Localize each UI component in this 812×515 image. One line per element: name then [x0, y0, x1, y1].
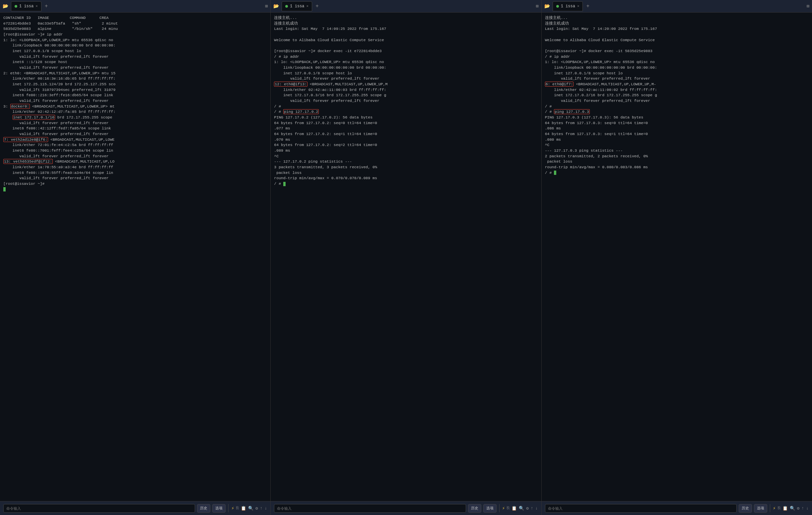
folder-icon[interactable]: 📂 [3, 3, 8, 9]
grid-layout-icon[interactable]: ⊞ [807, 3, 809, 9]
search-icon[interactable]: 🔍 [519, 506, 524, 511]
active-tab[interactable]: 1 issa× [553, 1, 583, 11]
options-button[interactable]: 选项 [754, 504, 767, 513]
panel-3: 📂1 issa×+⊞连接主机...连接主机成功Last login: Sat M… [542, 0, 812, 515]
toolbar-1: 历史选项⚡⎘📋🔍⚙↑↓ [0, 501, 270, 515]
copy-icon[interactable]: ⎘ [507, 506, 510, 511]
search-icon[interactable]: 🔍 [248, 506, 254, 511]
folder-icon[interactable]: 📂 [273, 3, 279, 9]
command-input[interactable] [274, 504, 466, 513]
tab-label: 1 issa [290, 4, 304, 9]
tab-status-dot [14, 5, 17, 8]
panel-2: 📂1 issa×+⊞连接主机...连接主机成功Last login: Sat M… [271, 0, 541, 515]
options-button[interactable]: 选项 [212, 504, 226, 513]
settings-icon[interactable]: ⚙ [255, 506, 258, 511]
terminal-body-3[interactable]: 连接主机...连接主机成功Last login: Sat May 7 14:20… [542, 12, 812, 501]
tab-status-dot [556, 5, 559, 8]
tab-bar-3: 📂1 issa×+⊞ [542, 0, 812, 12]
settings-icon[interactable]: ⚙ [797, 506, 800, 511]
search-icon[interactable]: 🔍 [790, 506, 795, 511]
scroll-down-icon[interactable]: ↓ [265, 506, 267, 511]
scroll-up-icon[interactable]: ↑ [802, 506, 804, 511]
grid-layout-icon[interactable]: ⊞ [265, 3, 268, 9]
toolbar-2: 历史选项⚡⎘📋🔍⚙↑↓ [271, 501, 541, 515]
clipboard-icon[interactable]: 📋 [782, 506, 788, 511]
tab-close-button[interactable]: × [307, 4, 309, 8]
history-button[interactable]: 历史 [197, 504, 210, 513]
tab-add-button[interactable]: + [43, 3, 50, 9]
terminal-body-2[interactable]: 连接主机...连接主机成功Last login: Sat May 7 14:09… [271, 12, 541, 501]
tab-add-button[interactable]: + [314, 3, 321, 9]
copy-icon[interactable]: ⎘ [236, 506, 239, 511]
scroll-down-icon[interactable]: ↓ [806, 506, 809, 511]
active-tab[interactable]: 1 issa× [11, 1, 41, 11]
tab-label: 1 issa [19, 4, 33, 9]
panel-1: 📂1 issa×+⊞CONTAINER ID IMAGE COMMAND CRE… [0, 0, 271, 515]
tab-bar-1: 📂1 issa×+⊞ [0, 0, 270, 12]
lightning-icon[interactable]: ⚡ [773, 505, 776, 511]
lightning-icon[interactable]: ⚡ [502, 505, 505, 511]
scroll-down-icon[interactable]: ↓ [535, 506, 538, 511]
clipboard-icon[interactable]: 📋 [512, 506, 517, 511]
toolbar-3: 历史选项⚡⎘📋🔍⚙↑↓ [542, 501, 812, 515]
folder-icon[interactable]: 📂 [544, 3, 550, 9]
scroll-up-icon[interactable]: ↑ [260, 506, 263, 511]
scroll-up-icon[interactable]: ↑ [531, 506, 533, 511]
tab-label: 1 issa [561, 4, 575, 9]
terminal-body-1[interactable]: CONTAINER ID IMAGE COMMAND CREAe722814bd… [0, 12, 270, 501]
copy-icon[interactable]: ⎘ [778, 506, 781, 511]
settings-icon[interactable]: ⚙ [526, 506, 529, 511]
grid-layout-icon[interactable]: ⊞ [536, 3, 538, 9]
active-tab[interactable]: 1 issa× [282, 1, 312, 11]
tab-close-button[interactable]: × [35, 4, 38, 8]
tab-add-button[interactable]: + [584, 3, 591, 9]
command-input[interactable] [545, 504, 737, 513]
tab-status-dot [285, 5, 288, 8]
command-input[interactable] [3, 504, 195, 513]
tab-bar-2: 📂1 issa×+⊞ [271, 0, 541, 12]
panels-container: 📂1 issa×+⊞CONTAINER ID IMAGE COMMAND CRE… [0, 0, 812, 515]
history-button[interactable]: 历史 [468, 504, 481, 513]
lightning-icon[interactable]: ⚡ [231, 505, 234, 511]
history-button[interactable]: 历史 [739, 504, 752, 513]
tab-close-button[interactable]: × [577, 4, 579, 8]
clipboard-icon[interactable]: 📋 [241, 506, 246, 511]
options-button[interactable]: 选项 [483, 504, 497, 513]
